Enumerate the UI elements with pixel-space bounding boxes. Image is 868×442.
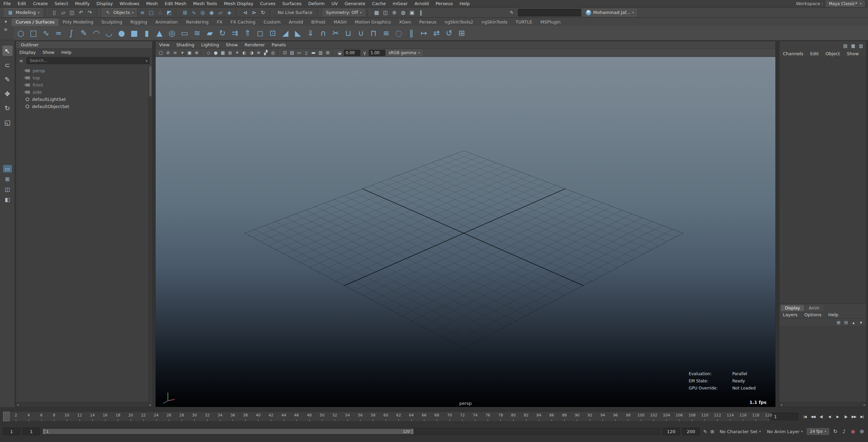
- shelf-tab-ngskintools[interactable]: ngSkinTools: [477, 18, 511, 26]
- shelf-options-icon[interactable]: ≡: [3, 26, 9, 33]
- shelf-tab-custom[interactable]: Custom: [259, 18, 285, 26]
- grid-toggle-icon[interactable]: ⊞: [325, 49, 331, 56]
- select-mask-icon[interactable]: ◩: [165, 9, 173, 17]
- outliner-item-side[interactable]: side: [16, 89, 152, 96]
- menu-display[interactable]: Display: [93, 1, 116, 6]
- viewport-menu-show[interactable]: Show: [222, 42, 241, 47]
- nurbs-torus[interactable]: ◎: [166, 27, 178, 39]
- boundary[interactable]: ◻: [254, 27, 266, 39]
- viewport-menu-shading[interactable]: Shading: [173, 42, 198, 47]
- shelf-tab-arnold[interactable]: Arnold: [285, 18, 307, 26]
- insert-isoparms[interactable]: ∥: [406, 27, 417, 39]
- lock-camera-icon[interactable]: ⊘: [165, 49, 171, 56]
- lights-icon[interactable]: ☀: [234, 49, 240, 56]
- view-transform-selector[interactable]: sRGB gamma ▾: [386, 50, 422, 56]
- outliner-vertical-scrollbar[interactable]: [148, 65, 152, 401]
- ep-curve-tool[interactable]: ≈: [53, 27, 64, 39]
- shelf-tab-rigging[interactable]: Rigging: [126, 18, 151, 26]
- menu-mesh-display[interactable]: Mesh Display: [220, 1, 256, 6]
- redo-icon[interactable]: ↷: [86, 9, 94, 17]
- menu-uv[interactable]: UV: [328, 1, 341, 6]
- two-point-arc[interactable]: ◡: [103, 27, 115, 39]
- shelf-tab-perseus[interactable]: Perseus: [415, 18, 441, 26]
- menu-cache[interactable]: Cache: [369, 1, 389, 6]
- new-empty-layer-icon[interactable]: ⊞: [835, 319, 842, 326]
- textured-icon[interactable]: ▩: [220, 49, 226, 56]
- isolate-select-icon[interactable]: ⊡: [282, 49, 288, 56]
- shelf-tab-curves-surfaces[interactable]: Curves / Surfaces: [12, 18, 59, 26]
- cv-curve-tool[interactable]: ∿: [40, 27, 52, 39]
- snap-to-view-plane-icon[interactable]: ▱: [216, 9, 224, 17]
- viewport-menu-lighting[interactable]: Lighting: [198, 42, 223, 47]
- anti-aliasing-icon[interactable]: ▞: [263, 49, 269, 56]
- shelf-tab-rendering[interactable]: Rendering: [182, 18, 212, 26]
- outliner-item-defaultobjectset[interactable]: defaultObjectSet: [16, 103, 152, 110]
- screen-space-ao-icon[interactable]: ◑: [248, 49, 255, 56]
- paint-select-tool[interactable]: ✎: [2, 74, 13, 85]
- project-curve-on-surface[interactable]: ⇓: [305, 27, 316, 39]
- depth-of-field-icon[interactable]: ◎: [270, 49, 276, 56]
- snap-to-curve-icon[interactable]: ∿: [190, 9, 198, 17]
- channel-box-body[interactable]: [779, 58, 866, 303]
- shelf-tab-poly-modeling[interactable]: Poly Modeling: [59, 18, 97, 26]
- animation-start-field[interactable]: [3, 428, 20, 435]
- snap-to-grid-icon[interactable]: ⊞: [181, 9, 189, 17]
- timeline-playhead[interactable]: [3, 412, 10, 421]
- layer-menu-layers[interactable]: Layers: [779, 312, 801, 317]
- untrim-surfaces[interactable]: ⊔: [343, 27, 354, 39]
- layer-menu-help[interactable]: Help: [825, 312, 842, 317]
- exposure-field[interactable]: [344, 50, 360, 56]
- nurbs-cylinder[interactable]: ▮: [141, 27, 153, 39]
- layer-list[interactable]: [779, 327, 866, 402]
- menu-generate[interactable]: Generate: [341, 1, 369, 6]
- playback-start-field[interactable]: [22, 428, 40, 435]
- menu-curves[interactable]: Curves: [257, 1, 279, 6]
- channelbox-menu-show[interactable]: Show: [843, 51, 862, 56]
- workspace-select[interactable]: Maya Classic* ▾: [826, 1, 865, 7]
- make-live-icon[interactable]: ◈: [225, 9, 233, 17]
- step-back-frame-button[interactable]: ◀|: [817, 413, 825, 420]
- nurbs-sphere[interactable]: ●: [116, 27, 127, 39]
- planar[interactable]: ▰: [204, 27, 216, 39]
- select-hierarchy-icon[interactable]: ≡: [138, 9, 146, 17]
- go-to-end-button[interactable]: ▶|: [858, 413, 866, 420]
- wireframe-icon[interactable]: ◇: [205, 49, 212, 56]
- trim-tool[interactable]: ✂: [330, 27, 342, 39]
- current-frame-field[interactable]: [772, 413, 798, 420]
- square-surface[interactable]: ⊡: [267, 27, 279, 39]
- intersect-surfaces[interactable]: ∩: [317, 27, 329, 39]
- quick-input-field[interactable]: [518, 9, 581, 16]
- menu-file[interactable]: File: [0, 1, 14, 6]
- open-scene-icon[interactable]: ▱: [59, 9, 67, 17]
- bezier-curve-tool[interactable]: ∫: [65, 27, 77, 39]
- anim-layer-selector[interactable]: No Anim Layer ▾: [765, 428, 805, 435]
- select-object-icon[interactable]: ▢: [147, 9, 155, 17]
- detach-surfaces[interactable]: ⊓: [368, 27, 379, 39]
- extend-surfaces[interactable]: ↦: [418, 27, 430, 39]
- image-plane-icon[interactable]: ▣: [186, 49, 193, 56]
- channelbox-menu-object[interactable]: Object: [822, 51, 843, 56]
- shelf-tab-xgen[interactable]: XGen: [395, 18, 415, 26]
- undo-icon[interactable]: ↶: [77, 9, 85, 17]
- rebuild-surfaces[interactable]: ↺: [443, 27, 455, 39]
- shelf-tabs-menu-icon[interactable]: ▾: [3, 18, 9, 25]
- output-connections-icon[interactable]: ⊳: [250, 9, 258, 17]
- shelf-tab-turtle[interactable]: TURTLE: [511, 18, 536, 26]
- animation-end-field[interactable]: [682, 428, 700, 435]
- scrollbar-thumb[interactable]: [149, 66, 152, 96]
- menu-mesh-tools[interactable]: Mesh Tools: [190, 1, 220, 6]
- motion-blur-icon[interactable]: ≋: [255, 49, 262, 56]
- animation-preferences-icon[interactable]: ⊛: [858, 427, 866, 436]
- construction-history-icon[interactable]: ↻: [259, 9, 267, 17]
- menu-deform[interactable]: Deform: [305, 1, 328, 6]
- camera-attributes-icon[interactable]: ≡: [172, 49, 178, 56]
- edit-playback-range-icon[interactable]: ✎: [702, 428, 708, 435]
- ipr-render-icon[interactable]: ◫: [381, 9, 390, 17]
- shelf-tab-ngskintools2[interactable]: ngSkinTools2: [440, 18, 477, 26]
- film-gate-icon[interactable]: ▬: [310, 49, 317, 56]
- nurbs-cone[interactable]: ▲: [154, 27, 165, 39]
- layout-persp-outliner[interactable]: ◫: [3, 185, 12, 193]
- rotate-tool[interactable]: ↻: [2, 103, 13, 113]
- menu-arnold[interactable]: Arnold: [411, 1, 432, 6]
- new-scene-icon[interactable]: ▯: [50, 9, 59, 17]
